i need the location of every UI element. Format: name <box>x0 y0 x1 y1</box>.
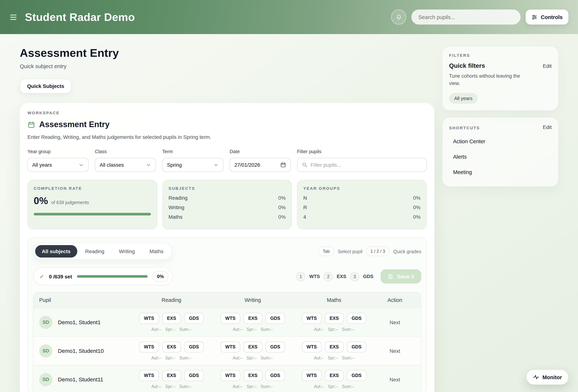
assessment-form: Year group All years Class All classes <box>27 149 427 172</box>
save-button-label: Save 0 <box>397 273 414 280</box>
grade-button-gds[interactable]: GDS <box>266 313 285 324</box>
shortcuts-eyebrow: SHORTCUTS <box>449 125 480 130</box>
stat-value: 0% <box>413 214 421 220</box>
grade-cell: WTSEXSGDSAut:–Spr:–Sum:– <box>131 342 212 360</box>
next-pupil-link[interactable]: Next <box>375 376 415 382</box>
grade-button-gds[interactable]: GDS <box>184 370 204 381</box>
menu-button[interactable] <box>9 13 19 21</box>
chevron-down-icon <box>78 162 84 168</box>
monitor-button[interactable]: Monitor <box>526 370 569 385</box>
shortcut-item-action-center[interactable]: Action Center <box>449 134 552 149</box>
date-label: Date <box>230 149 291 154</box>
grade-button-gds[interactable]: GDS <box>347 370 366 381</box>
grade-cell: WTSEXSGDSAut:–Spr:–Sum:– <box>212 342 293 360</box>
grade-button-wts[interactable]: WTS <box>139 342 159 352</box>
workspace-description: Enter Reading, Writing, and Maths judgem… <box>27 134 427 140</box>
tab-maths[interactable]: Maths <box>143 245 170 257</box>
yeargroups-stat-rows: N0%R0%40% <box>303 195 421 220</box>
save-button[interactable]: Save 0 <box>381 269 421 284</box>
grade-button-exs[interactable]: EXS <box>325 342 343 352</box>
main-area: Assessment Entry Quick subject entry Qui… <box>0 34 578 392</box>
class-label: Class <box>95 149 156 154</box>
term-mark: Sum:– <box>342 356 354 360</box>
completion-rate-value: 0% <box>34 195 48 207</box>
grade-button-gds[interactable]: GDS <box>266 370 285 381</box>
term-marks: Aut:–Spr:–Sum:– <box>314 384 354 389</box>
term-mark: Spr:– <box>246 356 257 360</box>
stat-name: N <box>303 195 307 201</box>
grade-button-exs[interactable]: EXS <box>162 313 181 324</box>
term-mark: Aut:– <box>233 356 242 360</box>
completion-rate-card: COMPLETION RATE 0% of 639 judgements <box>27 180 157 229</box>
grade-button-exs[interactable]: EXS <box>162 342 181 352</box>
grade-button-wts[interactable]: WTS <box>221 313 240 324</box>
controls-button-label: Controls <box>541 14 563 20</box>
search-input[interactable] <box>412 9 521 25</box>
shortcut-list: Action CenterAlertsMeeting <box>449 134 552 180</box>
grade-buttons: WTSEXSGDS <box>302 313 366 324</box>
col-writing: Writing <box>212 297 293 303</box>
grade-cell: WTSEXSGDSAut:–Spr:–Sum:– <box>212 313 293 332</box>
grade-button-gds[interactable]: GDS <box>347 342 366 352</box>
pupil-table-header: Pupil Reading Writing Maths Action <box>33 292 421 308</box>
term-mark: Spr:– <box>165 327 175 332</box>
monitor-button-label: Monitor <box>542 374 562 380</box>
term-select[interactable]: Spring <box>162 158 223 172</box>
shortcut-item-alerts[interactable]: Alerts <box>449 149 552 164</box>
quick-filters-title: Quick filters <box>449 62 528 70</box>
term-mark: Spr:– <box>165 356 175 360</box>
grade-button-exs[interactable]: EXS <box>243 313 262 324</box>
date-input[interactable]: 27/01/2026 <box>230 158 291 172</box>
grade-key-number: 2 <box>324 272 333 281</box>
grade-button-exs[interactable]: EXS <box>243 342 262 352</box>
grade-button-wts[interactable]: WTS <box>221 342 240 352</box>
entry-progress-bar <box>77 275 147 278</box>
filters-edit-link[interactable]: Edit <box>543 63 552 69</box>
table-row: SDDemo1, Student11WTSEXSGDSAut:–Spr:–Sum… <box>33 365 421 392</box>
grade-buttons: WTSEXSGDS <box>221 370 285 381</box>
next-pupil-link[interactable]: Next <box>375 319 415 325</box>
grade-button-exs[interactable]: EXS <box>325 313 343 324</box>
class-select[interactable]: All classes <box>95 158 156 172</box>
term-mark: Aut:– <box>314 384 324 389</box>
term-mark: Sum:– <box>342 384 354 389</box>
grade-button-exs[interactable]: EXS <box>325 370 343 381</box>
term-marks: Aut:–Spr:–Sum:– <box>151 327 192 332</box>
filter-pupils-input[interactable] <box>311 162 422 168</box>
term-mark: Sum:– <box>261 356 273 360</box>
grade-buttons: WTSEXSGDS <box>302 342 366 352</box>
grade-button-gds[interactable]: GDS <box>266 342 285 352</box>
tab-writing[interactable]: Writing <box>112 245 142 257</box>
year-group-select[interactable]: All years <box>27 158 89 172</box>
app-root: Student Radar Demo <box>0 0 578 392</box>
notifications-button[interactable] <box>391 9 406 25</box>
grade-button-gds[interactable]: GDS <box>347 313 366 324</box>
grade-button-wts[interactable]: WTS <box>139 313 159 324</box>
pupil-name: Demo1, Student11 <box>58 376 103 383</box>
entry-grid-panel: All subjectsReadingWritingMaths Tab Sele… <box>27 237 427 392</box>
grade-button-gds[interactable]: GDS <box>184 342 204 352</box>
grade-button-exs[interactable]: EXS <box>243 370 262 381</box>
grade-button-wts[interactable]: WTS <box>302 370 322 381</box>
grade-button-wts[interactable]: WTS <box>221 370 240 381</box>
next-pupil-link[interactable]: Next <box>375 348 415 354</box>
filter-chip-all-years[interactable]: All years <box>449 93 478 103</box>
shortcuts-edit-link[interactable]: Edit <box>543 124 552 130</box>
stat-value: 0% <box>413 204 421 210</box>
controls-button[interactable]: Controls <box>526 9 569 25</box>
grade-button-wts[interactable]: WTS <box>302 313 322 324</box>
tab-reading[interactable]: Reading <box>79 245 111 257</box>
term-marks: Aut:–Spr:–Sum:– <box>314 327 354 332</box>
number-keys-badge: 1 / 2 / 3 <box>366 246 389 256</box>
quick-subjects-button[interactable]: Quick Subjects <box>20 79 71 94</box>
grade-button-exs[interactable]: EXS <box>162 370 181 381</box>
stats-row: COMPLETION RATE 0% of 639 judgements SUB… <box>27 180 427 229</box>
grade-button-wts[interactable]: WTS <box>139 370 159 381</box>
grade-button-wts[interactable]: WTS <box>302 342 322 352</box>
grade-button-gds[interactable]: GDS <box>184 313 204 324</box>
filter-pupils-input-wrap[interactable] <box>297 158 427 172</box>
tab-all-subjects[interactable]: All subjects <box>35 245 77 257</box>
shortcut-item-meeting[interactable]: Meeting <box>449 164 552 180</box>
subjects-card: SUBJECTS Reading0%Writing0%Maths0% <box>162 180 292 229</box>
term-marks: Aut:–Spr:–Sum:– <box>233 327 273 332</box>
